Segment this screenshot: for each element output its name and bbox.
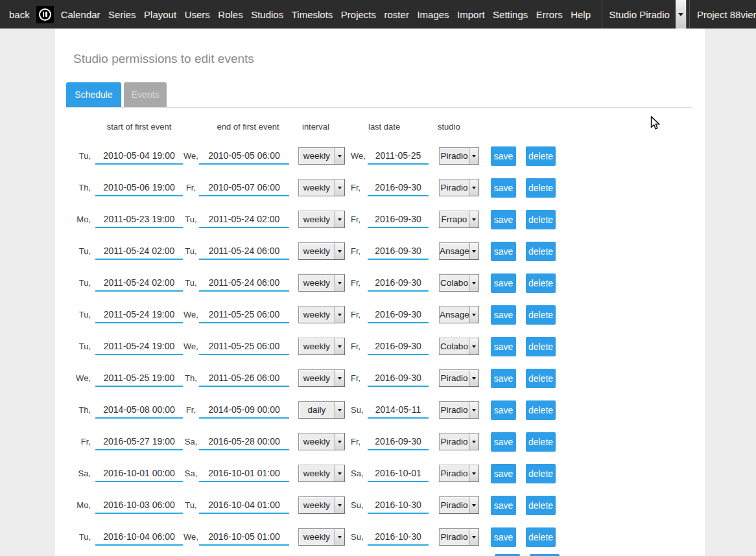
save-button[interactable]: save — [491, 242, 516, 261]
start-datetime-input[interactable] — [95, 370, 183, 387]
delete-button[interactable]: delete — [526, 146, 556, 166]
studio-select[interactable]: Piradio — [439, 433, 479, 450]
save-button[interactable]: save — [491, 527, 516, 547]
interval-select[interactable]: weekly — [298, 242, 345, 260]
tab-events[interactable]: Events — [124, 82, 167, 107]
last-date-input[interactable] — [368, 529, 429, 546]
start-datetime-input[interactable] — [95, 275, 183, 292]
start-datetime-input[interactable] — [95, 434, 183, 450]
start-datetime-input[interactable] — [95, 307, 183, 323]
delete-button[interactable]: delete — [526, 496, 556, 515]
nav-item-studios[interactable]: Studios — [251, 9, 283, 20]
last-date-input[interactable] — [368, 180, 429, 196]
start-datetime-input[interactable] — [95, 497, 183, 514]
last-date-input[interactable] — [368, 465, 429, 482]
nav-item-import[interactable]: Import — [457, 9, 485, 20]
last-date-input[interactable] — [368, 370, 429, 387]
start-datetime-input[interactable] — [95, 529, 183, 546]
end-datetime-input[interactable] — [199, 243, 289, 260]
last-date-input[interactable] — [368, 211, 429, 228]
delete-button[interactable]: delete — [526, 273, 556, 293]
studio-select[interactable]: Frrapo — [439, 211, 479, 228]
studio-select[interactable]: Piradio — [439, 528, 479, 546]
last-date-input[interactable] — [368, 434, 429, 450]
nav-item-projects[interactable]: Projects — [341, 9, 376, 20]
tab-schedule[interactable]: Schedule — [66, 82, 121, 107]
interval-select[interactable]: weekly — [298, 528, 345, 546]
delete-button[interactable]: delete — [526, 242, 556, 261]
studio-select[interactable]: Piradio — [439, 369, 479, 387]
save-button[interactable]: save — [491, 273, 516, 293]
radio-logo-icon[interactable] — [36, 6, 54, 23]
last-date-input[interactable] — [368, 497, 429, 514]
nav-item-errors[interactable]: Errors — [536, 9, 563, 20]
studio-select[interactable]: Piradio — [439, 179, 479, 196]
studio-select-arrow-strip[interactable] — [676, 0, 686, 29]
last-date-input[interactable] — [368, 275, 429, 292]
project-nav-select[interactable]: Project 88vier — [689, 0, 756, 29]
start-datetime-input[interactable] — [95, 211, 183, 228]
studio-select[interactable]: Colabo — [439, 274, 479, 292]
start-datetime-input[interactable] — [95, 243, 183, 260]
interval-select[interactable]: weekly — [298, 147, 345, 165]
save-button[interactable]: save — [491, 369, 516, 388]
last-date-input[interactable] — [368, 148, 429, 165]
nav-item-settings[interactable]: Settings — [493, 9, 528, 20]
end-datetime-input[interactable] — [199, 338, 289, 355]
studio-nav-select[interactable]: Studio Piradio — [602, 0, 687, 29]
delete-button[interactable]: delete — [526, 178, 556, 198]
last-date-input[interactable] — [368, 307, 429, 323]
studio-select[interactable]: Piradio — [439, 465, 479, 482]
nav-item-roles[interactable]: Roles — [218, 9, 242, 20]
studio-select[interactable]: Piradio — [439, 401, 479, 419]
nav-item-calendar[interactable]: Calendar — [61, 9, 100, 20]
nav-back-link[interactable]: back — [9, 9, 30, 20]
save-button[interactable]: save — [491, 210, 516, 229]
start-datetime-input[interactable] — [95, 402, 183, 419]
end-datetime-input[interactable] — [199, 148, 289, 165]
save-button[interactable]: save — [491, 464, 516, 483]
nav-item-playout[interactable]: Playout — [144, 9, 176, 20]
nav-item-series[interactable]: Series — [108, 9, 136, 20]
studio-select[interactable]: Piradio — [439, 147, 479, 165]
interval-select[interactable]: weekly — [298, 465, 345, 482]
end-datetime-input[interactable] — [199, 434, 289, 450]
start-datetime-input[interactable] — [95, 148, 183, 165]
interval-select[interactable]: weekly — [298, 496, 345, 514]
start-datetime-input[interactable] — [95, 180, 183, 196]
nav-item-timeslots[interactable]: Timeslots — [292, 9, 333, 20]
studio-select[interactable]: Ansage — [439, 242, 479, 260]
interval-select[interactable]: weekly — [298, 433, 345, 450]
nav-item-images[interactable]: Images — [417, 9, 449, 20]
interval-select[interactable]: weekly — [298, 179, 345, 196]
save-button[interactable]: save — [491, 496, 516, 515]
last-date-input[interactable] — [368, 402, 429, 419]
end-datetime-input[interactable] — [199, 402, 289, 419]
save-button[interactable]: save — [491, 146, 516, 166]
interval-select[interactable]: daily — [298, 401, 345, 419]
end-datetime-input[interactable] — [199, 465, 289, 482]
save-button[interactable]: save — [491, 432, 516, 452]
studio-select[interactable]: Ansage — [439, 306, 479, 323]
delete-button[interactable]: delete — [526, 210, 556, 229]
save-button[interactable]: save — [491, 400, 516, 420]
last-date-input[interactable] — [368, 338, 429, 355]
save-button[interactable]: save — [491, 178, 516, 198]
save-button[interactable]: save — [491, 305, 516, 325]
interval-select[interactable]: weekly — [298, 211, 345, 228]
delete-button[interactable]: delete — [526, 305, 556, 325]
end-datetime-input[interactable] — [199, 180, 289, 196]
start-datetime-input[interactable] — [95, 338, 183, 355]
nav-item-help[interactable]: Help — [571, 9, 591, 20]
interval-select[interactable]: weekly — [298, 274, 345, 292]
delete-button[interactable]: delete — [526, 400, 556, 420]
nav-item-roster[interactable]: roster — [384, 9, 409, 20]
delete-button[interactable]: delete — [526, 337, 556, 356]
studio-select[interactable]: Colabo — [439, 338, 479, 355]
studio-select[interactable]: Piradio — [439, 496, 479, 514]
delete-button[interactable]: delete — [526, 369, 556, 388]
end-datetime-input[interactable] — [199, 275, 289, 292]
end-datetime-input[interactable] — [199, 307, 289, 323]
interval-select[interactable]: weekly — [298, 306, 345, 323]
interval-select[interactable]: weekly — [298, 338, 345, 355]
